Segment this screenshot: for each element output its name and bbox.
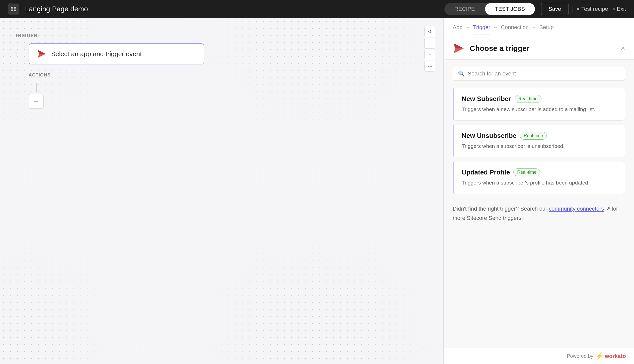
event-desc-new-unsubscribe: Triggers when a subscriber is unsubscrib… — [462, 142, 617, 150]
exit-label: Exit — [617, 6, 626, 12]
event-card-new-subscriber[interactable]: New Subscriber Real-time Triggers when a… — [453, 88, 625, 121]
app-icon — [8, 4, 19, 15]
powered-by-footer: Powered by ⚡ workato — [444, 348, 634, 364]
event-desc-updated-profile: Triggers when a subscriber's profile has… — [462, 179, 617, 187]
header-actions: Save Test recipe × Exit — [541, 3, 626, 15]
tab-recipe[interactable]: RECIPE — [444, 3, 485, 15]
breadcrumb-setup[interactable]: Setup — [539, 24, 554, 35]
divider — [573, 5, 573, 13]
fit-button[interactable]: ⊹ — [424, 61, 435, 72]
grid-icon — [11, 6, 17, 12]
svg-rect-2 — [11, 10, 13, 11]
add-action-button[interactable]: + — [29, 94, 44, 109]
event-title-updated-profile: Updated Profile — [462, 168, 510, 176]
workato-name: workato — [605, 353, 626, 359]
search-icon: 🔍 — [458, 70, 465, 77]
tab-switcher: RECIPE TEST JOBS — [444, 3, 535, 15]
trigger-app-icon — [37, 49, 46, 58]
svg-rect-3 — [14, 10, 16, 11]
svg-rect-0 — [11, 7, 13, 9]
panel-body: 🔍 New Subscriber Real-time Triggers when… — [444, 60, 634, 348]
realtime-badge-new-subscriber: Real-time — [515, 95, 541, 103]
breadcrumb-arrow-1: → — [465, 25, 470, 35]
workato-icon: ⚡ — [595, 352, 603, 360]
trigger-card[interactable]: Select an app and trigger event — [29, 43, 204, 64]
canvas-controls: ↺ + − ⊹ — [424, 26, 435, 72]
search-input[interactable] — [468, 70, 620, 77]
event-card-new-unsubscribe[interactable]: New Unsubscribe Real-time Triggers when … — [453, 125, 625, 157]
event-card-updated-profile[interactable]: Updated Profile Real-time Triggers when … — [453, 161, 625, 194]
not-found-prefix: Didn't find the right trigger? Search ou… — [453, 206, 549, 212]
breadcrumb-arrow-2: → — [493, 25, 498, 35]
actions-section: ACTIONS + — [15, 72, 428, 109]
step-number: 1 — [15, 50, 23, 58]
zoom-in-button[interactable]: + — [424, 38, 435, 49]
status-dot — [577, 8, 579, 10]
refresh-button[interactable]: ↺ — [424, 26, 435, 37]
panel-header-left: Choose a trigger — [453, 42, 529, 54]
search-bar: 🔍 — [453, 67, 625, 81]
powered-by-label: Powered by — [567, 353, 593, 359]
exit-icon: × — [612, 6, 615, 12]
tab-test-jobs[interactable]: TEST JOBS — [485, 3, 535, 15]
community-connectors-link[interactable]: community connectors — [549, 206, 604, 212]
svg-marker-7 — [454, 43, 464, 48]
not-found-text: Didn't find the right trigger? Search ou… — [453, 204, 625, 223]
workato-logo: ⚡ workato — [595, 352, 626, 360]
event-card-header-new-subscriber: New Subscriber Real-time — [462, 95, 617, 103]
panel-title: Choose a trigger — [470, 44, 529, 53]
event-desc-new-subscriber: Triggers when a new subscriber is added … — [462, 105, 617, 113]
event-card-header-new-unsubscribe: New Unsubscribe Real-time — [462, 132, 617, 140]
trigger-card-label: Select an app and trigger event — [51, 50, 142, 58]
main-layout: ↺ + − ⊹ TRIGGER 1 Select an app and trig… — [0, 18, 634, 364]
breadcrumb-app[interactable]: App — [453, 24, 462, 35]
exit-button[interactable]: × Exit — [612, 6, 626, 12]
event-card-header-updated-profile: Updated Profile Real-time — [462, 168, 617, 176]
connector-line — [36, 83, 37, 92]
svg-rect-1 — [14, 7, 16, 9]
trigger-step: 1 Select an app and trigger event — [15, 43, 428, 64]
realtime-badge-new-unsubscribe: Real-time — [520, 132, 547, 140]
breadcrumb-connection[interactable]: Connection — [501, 24, 529, 35]
test-recipe-button[interactable]: Test recipe — [577, 6, 608, 12]
panel-breadcrumb: App → Trigger → Connection → Setup — [444, 18, 634, 35]
panel-header: Choose a trigger × — [444, 35, 634, 60]
zoom-out-button[interactable]: − — [424, 49, 435, 60]
realtime-badge-updated-profile: Real-time — [513, 168, 540, 176]
close-panel-button[interactable]: × — [621, 44, 625, 52]
svg-marker-5 — [38, 50, 46, 54]
test-recipe-label: Test recipe — [581, 6, 608, 12]
canvas-content: TRIGGER 1 Select an app and trigger even… — [0, 18, 443, 124]
breadcrumb-trigger[interactable]: Trigger — [473, 24, 490, 35]
breadcrumb-arrow-3: → — [532, 25, 536, 35]
actions-section-label: ACTIONS — [29, 72, 428, 78]
event-title-new-subscriber: New Subscriber — [462, 95, 511, 103]
save-button[interactable]: Save — [541, 3, 569, 15]
right-panel: App → Trigger → Connection → Setup Choos… — [443, 18, 634, 364]
event-title-new-unsubscribe: New Unsubscribe — [462, 132, 516, 140]
panel-app-icon — [453, 42, 465, 54]
app-header: Langing Page demo RECIPE TEST JOBS Save … — [0, 0, 634, 18]
trigger-section-label: TRIGGER — [15, 33, 428, 38]
recipe-canvas: ↺ + − ⊹ TRIGGER 1 Select an app and trig… — [0, 18, 443, 364]
page-title: Langing Page demo — [25, 5, 438, 13]
